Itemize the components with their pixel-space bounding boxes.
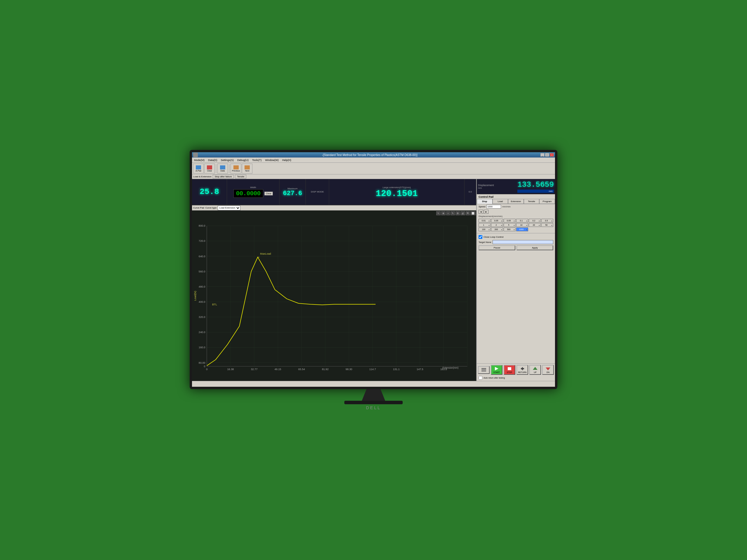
a-pad-label: A-Pad [196,170,201,172]
curve-pad-header: Curve Pad Curve type Load Extension [192,205,476,211]
menu-data[interactable]: Data(D) [207,158,219,162]
svg-text:0: 0 [204,365,205,368]
return-icon [519,366,525,371]
a-pad-icon [196,165,201,169]
monitor-base [344,401,403,404]
tab-extension[interactable]: Extension [508,199,524,204]
previous-button[interactable]: Previous [231,164,241,174]
layers-icon [481,368,487,372]
speed-input[interactable] [486,205,501,209]
auto-return-checkbox[interactable] [479,376,482,380]
up-label: UP [534,371,537,373]
disp-btn-50[interactable]: 50▲ [541,223,553,227]
disp-btn-0.5[interactable]: 0.5▲ [541,219,553,222]
apply-button[interactable]: Apply [516,245,553,250]
disp-btn-0.2[interactable]: 0.2▲ [529,219,541,222]
maximum-label: Maximum [287,187,298,190]
disp-btn-0.05b[interactable]: 0.05▲ [504,219,516,222]
stop-button[interactable]: STOP [504,365,515,375]
disp-btn-5[interactable]: 5▲ [504,223,516,227]
copy-tool[interactable]: ⧉ [466,211,470,215]
menu-help[interactable]: Help(H) [281,158,293,162]
stop-icon [507,366,512,371]
disp-val: 0.01 [479,220,488,222]
svg-text:0: 0 [206,368,207,371]
minimize-button[interactable]: _ [540,153,544,157]
left-arrow-button[interactable]: ◄ [479,210,483,214]
stop-label: STOP [507,371,512,373]
menu-window[interactable]: Window(W) [264,158,280,162]
title-bar: -[Standard Test Method for Tensile Prope… [192,152,555,158]
start-label: START [493,371,500,373]
control-tabs: Disp Load Extension Tensile Program [477,199,555,204]
disp-btn-1000[interactable]: 1000▲ [516,228,528,231]
menu-debug[interactable]: Debug(U) [236,158,250,162]
disp-btn-500[interactable]: 500▲ [504,228,516,231]
zoom-tool[interactable]: ⊕ [441,211,445,215]
graph-svg: 800.0 720.0 640.0 560.0 480.0 400.0 320.… [192,211,476,381]
settings-tool[interactable]: ⚙ [456,211,460,215]
disp-btn-1[interactable]: 1▲ [479,223,490,227]
close-button[interactable]: × [550,153,554,157]
next-button[interactable]: Next [242,164,252,174]
action-row: Pause Apply [477,245,555,251]
svg-text:49.15: 49.15 [275,368,281,371]
print-tool[interactable]: 🖨 [460,211,465,215]
dn-button[interactable]: DN [542,365,554,375]
disp-btn-0.01[interactable]: 0.01▲ [479,219,490,222]
tab-tensile[interactable]: Tensile [524,199,540,204]
a-pad-button[interactable]: A-Pad [193,164,204,174]
data-button[interactable]: Data [217,164,228,174]
close-loop-row: Close Loop Control [477,235,555,239]
layers-button[interactable] [478,366,490,374]
disp-btn-0.05a[interactable]: 0.05▲ [491,219,503,222]
up-button[interactable]: UP [529,365,541,375]
return-button[interactable]: RETURN [516,365,528,375]
tensile-button[interactable]: Tensile [235,175,246,179]
right-arrow-button[interactable]: ► [484,210,488,214]
clear-button[interactable]: Clear [264,192,273,195]
arrow-tool[interactable]: ↖ [436,211,441,215]
pan-tool[interactable]: ✎ [450,211,455,215]
control-pad-label: Control Pad [477,194,555,199]
displacement-label: Displacement [478,184,494,187]
menu-settings[interactable]: Settings(S) [220,158,235,162]
arrow-row: ◄ ► [477,209,555,214]
zoom-in-tool[interactable]: + [446,211,450,215]
expand-tool[interactable]: ⬜ [470,211,475,215]
svg-text:98.30: 98.30 [345,368,352,371]
target-row: Target None [477,239,555,245]
target-input[interactable] [493,240,553,244]
curve-type-select[interactable]: Load Extension [218,206,240,210]
maximize-button[interactable]: □ [545,153,549,157]
menu-mode[interactable]: Mode(M) [192,158,206,162]
svg-rect-4 [482,370,486,370]
toolbar-separator-1 [216,164,216,173]
width-display: 00.0000 [233,189,263,198]
disp-btn-20[interactable]: 20▲ [529,223,541,227]
tab-program[interactable]: Program [539,199,555,204]
disp-btn-100[interactable]: 100▲ [479,228,490,231]
displacement-grid: 0.01▲ 0.05▲ 0.05▲ 0.1▲ 0.2▲ 0.5▲ 1▲ 2▲ 5… [477,218,555,232]
svg-text:400.0: 400.0 [199,300,205,303]
window-controls[interactable]: _ □ × [540,153,554,157]
svg-marker-8 [533,367,538,370]
start-button[interactable]: START [491,365,503,375]
data-label: Data [221,170,225,172]
disp-btn-2[interactable]: 2▲ [491,223,503,227]
menu-tools[interactable]: Tools(T) [251,158,263,162]
pause-button[interactable]: Pause [479,245,515,250]
svg-text:560.0: 560.0 [199,270,205,273]
disp-btn-0.1[interactable]: 0.1▲ [516,219,528,222]
monitor-stand [362,389,385,401]
width-label: Width [250,186,256,189]
speed-row: Speed mm/min [477,204,555,209]
disp-btn-10[interactable]: 10▲ [516,223,528,227]
tab-load[interactable]: Load [493,199,508,204]
svg-text:16.38: 16.38 [227,368,234,371]
clear-toolbar-button[interactable]: Clear [204,164,215,174]
close-loop-checkbox[interactable] [479,235,482,239]
stop-after-failure-button[interactable]: Stop after failure [213,175,234,179]
tab-disp[interactable]: Disp [477,199,493,204]
disp-btn-200[interactable]: 200▲ [491,228,503,231]
